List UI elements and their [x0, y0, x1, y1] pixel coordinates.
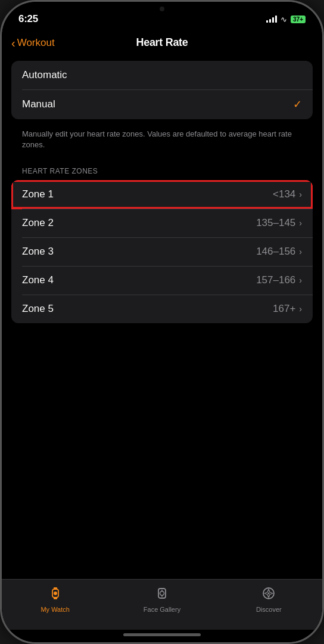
battery-badge: 37+: [291, 16, 306, 23]
svg-rect-1: [54, 587, 57, 590]
back-chevron-icon: ‹: [11, 37, 15, 49]
zone-3-chevron-icon: ›: [299, 247, 302, 256]
face-gallery-icon: [154, 586, 170, 603]
back-button[interactable]: ‹ Workout: [11, 37, 55, 49]
zone-3-label: Zone 3: [22, 246, 54, 258]
signal-bars-icon: [266, 16, 277, 23]
zone-5-label: Zone 5: [22, 303, 54, 315]
tab-discover[interactable]: Discover: [245, 586, 292, 613]
svg-point-3: [54, 592, 57, 595]
zone-4-row[interactable]: Zone 4 157–166 ›: [11, 266, 313, 295]
zone-2-chevron-icon: ›: [299, 218, 302, 228]
zone-5-value: 167+: [273, 303, 295, 315]
zone-3-right: 146–156 ›: [256, 246, 302, 258]
tab-my-watch[interactable]: My Watch: [32, 586, 79, 613]
page-title: Heart Rate: [136, 36, 188, 49]
nav-header: ‹ Workout Heart Rate: [2, 32, 322, 56]
zones-card: Zone 1 <134 › Zone 2 135–145 ›: [11, 180, 313, 323]
discover-icon: [261, 586, 276, 603]
zone-2-label: Zone 2: [22, 217, 54, 229]
zone-5-row[interactable]: Zone 5 167+ ›: [11, 295, 313, 323]
tab-bar: My Watch Face Gallery: [2, 579, 322, 630]
notch: [123, 2, 201, 18]
zone-4-right: 157–166 ›: [256, 274, 302, 286]
automatic-label: Automatic: [22, 69, 67, 81]
zone-5-right: 167+ ›: [273, 303, 302, 315]
zone-2-value: 135–145: [256, 217, 295, 229]
manual-label: Manual: [22, 98, 55, 110]
phone-frame: 6:25 ∿ 37+ ‹ Workout Heart Rate: [0, 0, 324, 644]
notch-dot: [160, 7, 164, 11]
zone-1-value: <134: [273, 188, 295, 200]
automatic-row[interactable]: Automatic: [11, 61, 313, 89]
tab-face-gallery[interactable]: Face Gallery: [138, 586, 186, 613]
zones-section-header: HEART RATE ZONES: [11, 157, 313, 180]
manual-checkmark-icon: ✓: [293, 98, 302, 111]
status-time: 6:25: [18, 13, 38, 25]
face-gallery-label: Face Gallery: [144, 606, 180, 613]
zone-2-row[interactable]: Zone 2 135–145 ›: [11, 209, 313, 237]
manual-row[interactable]: Manual ✓: [11, 89, 313, 119]
zone-4-value: 157–166: [256, 274, 295, 286]
helper-text: Manually edit your heart rate zones. Val…: [11, 124, 313, 157]
svg-rect-2: [54, 597, 57, 599]
zone-5-chevron-icon: ›: [299, 304, 302, 314]
status-icons: ∿ 37+: [266, 15, 306, 24]
wifi-icon: ∿: [281, 15, 287, 24]
my-watch-icon: [48, 586, 63, 603]
content: Automatic Manual ✓ Manually edit your he…: [2, 56, 322, 579]
zone-1-right: <134 ›: [273, 188, 302, 200]
back-label: Workout: [17, 37, 55, 49]
screen: 6:25 ∿ 37+ ‹ Workout Heart Rate: [2, 2, 322, 642]
svg-point-12: [268, 593, 270, 595]
zone-1-chevron-icon: ›: [299, 190, 302, 199]
phone-inner: 6:25 ∿ 37+ ‹ Workout Heart Rate: [2, 2, 322, 642]
home-indicator-bar: [123, 633, 201, 636]
home-indicator: [2, 630, 322, 642]
mode-card: Automatic Manual ✓: [11, 61, 313, 119]
zone-4-chevron-icon: ›: [299, 275, 302, 285]
zone-3-value: 146–156: [256, 246, 295, 258]
svg-point-5: [160, 592, 164, 596]
zone-4-label: Zone 4: [22, 274, 54, 286]
zone-1-label: Zone 1: [22, 188, 54, 200]
zone-2-right: 135–145 ›: [256, 217, 302, 229]
zone-3-row[interactable]: Zone 3 146–156 ›: [11, 237, 313, 266]
zone-1-row[interactable]: Zone 1 <134 ›: [11, 180, 313, 209]
discover-label: Discover: [256, 606, 282, 613]
my-watch-label: My Watch: [40, 606, 70, 613]
